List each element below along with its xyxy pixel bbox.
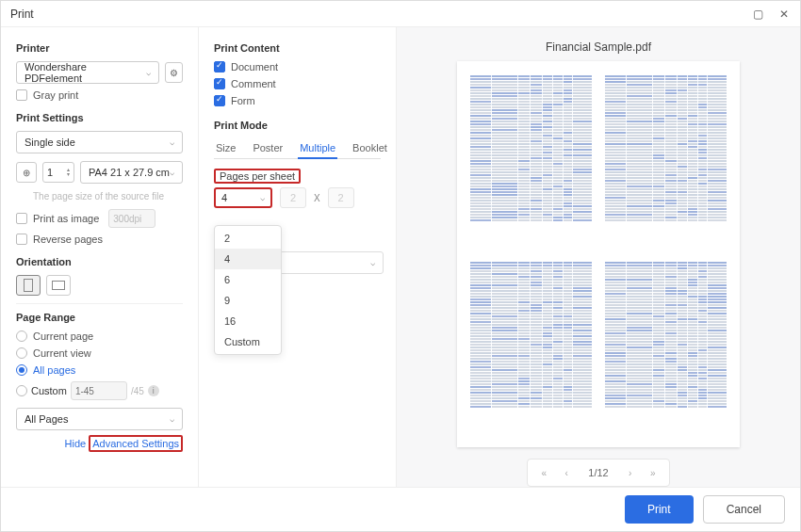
advanced-settings-row: Hide Advanced Settings xyxy=(16,438,183,449)
pages-per-sheet-label: Pages per sheet xyxy=(214,169,301,184)
pps-option-2[interactable]: 2 xyxy=(215,228,281,249)
chevron-down-icon: ⌵ xyxy=(260,193,265,202)
page-subset-select[interactable]: All Pages ⌵ xyxy=(16,408,183,430)
custom-range-radio[interactable]: Custom /45 i xyxy=(16,381,183,400)
print-settings-heading: Print Settings xyxy=(16,112,183,123)
radio-icon xyxy=(16,385,27,396)
orientation-landscape-button[interactable] xyxy=(46,275,71,296)
checkbox-icon xyxy=(214,61,225,73)
print-content-heading: Print Content xyxy=(214,42,381,54)
pages-per-sheet-value: 4 xyxy=(221,192,227,203)
radio-icon xyxy=(16,347,27,359)
current-page-radio[interactable]: Current page xyxy=(16,330,183,342)
printer-settings-button[interactable]: ⚙ xyxy=(165,62,183,83)
page-range-heading: Page Range xyxy=(16,312,183,323)
custom-total: /45 xyxy=(131,386,144,396)
advanced-settings-link[interactable]: Advanced Settings xyxy=(89,435,183,452)
comment-checkbox[interactable]: Comment xyxy=(214,78,381,89)
tab-multiple[interactable]: Multiple xyxy=(298,138,337,159)
orientation-heading: Orientation xyxy=(16,256,183,267)
form-label: Form xyxy=(231,95,255,106)
current-view-label: Current view xyxy=(33,347,91,359)
pages-per-sheet-select[interactable]: 4 ⌵ xyxy=(214,187,272,208)
tab-poster[interactable]: Poster xyxy=(251,138,285,158)
printer-select-value: Wondershare PDFelement xyxy=(25,61,146,84)
tab-booklet[interactable]: Booklet xyxy=(351,138,389,158)
current-view-radio[interactable]: Current view xyxy=(16,347,183,359)
paper-size-value: PA4 21 x 27.9 cm xyxy=(89,167,170,178)
preview-sheet xyxy=(457,61,740,447)
document-checkbox[interactable]: Document xyxy=(214,61,381,73)
next-page-button[interactable]: › xyxy=(620,463,641,482)
pps-cols-input: 2 xyxy=(280,187,306,208)
pps-option-4[interactable]: 4 xyxy=(215,249,281,269)
print-as-image-label: Print as image xyxy=(33,213,99,224)
radio-icon xyxy=(16,330,27,342)
print-as-image-checkbox[interactable]: Print as image 300dpi xyxy=(16,209,183,228)
all-pages-radio[interactable]: All pages xyxy=(16,364,183,376)
x-separator: X xyxy=(314,193,320,203)
preview-pagination: « ‹ 1/12 › » xyxy=(527,459,669,487)
pps-rows-input: 2 xyxy=(328,187,354,208)
copies-stepper[interactable]: 1 ▴▾ xyxy=(42,162,74,183)
sides-select-value: Single side xyxy=(25,137,75,148)
print-dialog: Print ▢ ✕ Printer Wondershare PDFelement… xyxy=(0,0,801,532)
last-page-button[interactable]: » xyxy=(643,463,663,482)
preview-page xyxy=(605,261,727,434)
hide-advanced-link[interactable]: Hide xyxy=(65,438,87,449)
first-page-button[interactable]: « xyxy=(533,463,554,482)
document-label: Document xyxy=(231,61,278,73)
window-title: Print xyxy=(10,8,34,21)
pps-option-16[interactable]: 16 xyxy=(215,311,281,331)
close-icon[interactable]: ✕ xyxy=(777,8,791,21)
maximize-icon[interactable]: ▢ xyxy=(751,8,764,21)
chevron-down-icon: ⌵ xyxy=(170,137,174,147)
pages-per-sheet-dropdown: 2 4 6 9 16 Custom xyxy=(214,225,282,355)
preview-filename: Financial Sample.pdf xyxy=(546,40,651,54)
gray-print-label: Gray print xyxy=(33,89,78,101)
reverse-pages-label: Reverse pages xyxy=(33,234,103,245)
paper-size-select[interactable]: PA4 21 x 27.9 cm ⌵ xyxy=(80,161,183,184)
sides-select[interactable]: Single side ⌵ xyxy=(16,131,183,153)
content: Printer Wondershare PDFelement ⌵ ⚙ Gray … xyxy=(1,27,800,487)
copies-value: 1 xyxy=(47,167,53,178)
checkbox-icon xyxy=(16,89,27,101)
reverse-pages-checkbox[interactable]: Reverse pages xyxy=(16,234,183,245)
middle-panel: Print Content Document Comment Form Prin… xyxy=(199,27,397,487)
pps-option-custom[interactable]: Custom xyxy=(215,331,281,352)
source-file-note: The page size of the source file xyxy=(33,191,183,202)
pps-option-9[interactable]: 9 xyxy=(215,290,281,311)
custom-range-input[interactable] xyxy=(71,381,127,400)
info-icon[interactable]: i xyxy=(148,385,159,396)
comment-label: Comment xyxy=(231,78,276,89)
window-controls: ▢ ✕ xyxy=(751,8,791,21)
all-pages-label: All pages xyxy=(33,364,75,376)
form-checkbox[interactable]: Form xyxy=(214,95,381,106)
left-panel: Printer Wondershare PDFelement ⌵ ⚙ Gray … xyxy=(1,27,199,487)
cancel-button[interactable]: Cancel xyxy=(703,495,785,524)
dpi-input: 300dpi xyxy=(108,209,155,228)
custom-label: Custom xyxy=(31,385,67,396)
chevron-down-icon: ⌵ xyxy=(170,168,174,177)
portrait-icon xyxy=(24,279,33,292)
current-page-label: Current page xyxy=(33,330,93,342)
chevron-down-icon: ⌵ xyxy=(370,258,375,267)
printer-select[interactable]: Wondershare PDFelement ⌵ xyxy=(16,61,159,84)
pps-option-6[interactable]: 6 xyxy=(215,269,281,290)
stepper-arrows-icon: ▴▾ xyxy=(67,168,70,177)
prev-page-button[interactable]: ‹ xyxy=(556,463,577,482)
print-mode-heading: Print Mode xyxy=(214,120,381,131)
printer-heading: Printer xyxy=(16,42,183,54)
checkbox-icon xyxy=(214,95,225,106)
gray-print-checkbox[interactable]: Gray print xyxy=(16,89,183,101)
preview-panel: Financial Sample.pdf « ‹ 1/12 › » xyxy=(397,27,800,487)
preview-page xyxy=(470,261,592,434)
checkbox-icon xyxy=(16,213,27,224)
print-button[interactable]: Print xyxy=(625,495,694,524)
checkbox-icon xyxy=(214,78,225,89)
dialog-footer: Print Cancel xyxy=(1,487,800,531)
radio-icon xyxy=(16,364,27,376)
preview-page xyxy=(470,74,592,248)
tab-size[interactable]: Size xyxy=(214,138,237,158)
orientation-portrait-button[interactable] xyxy=(16,275,41,296)
